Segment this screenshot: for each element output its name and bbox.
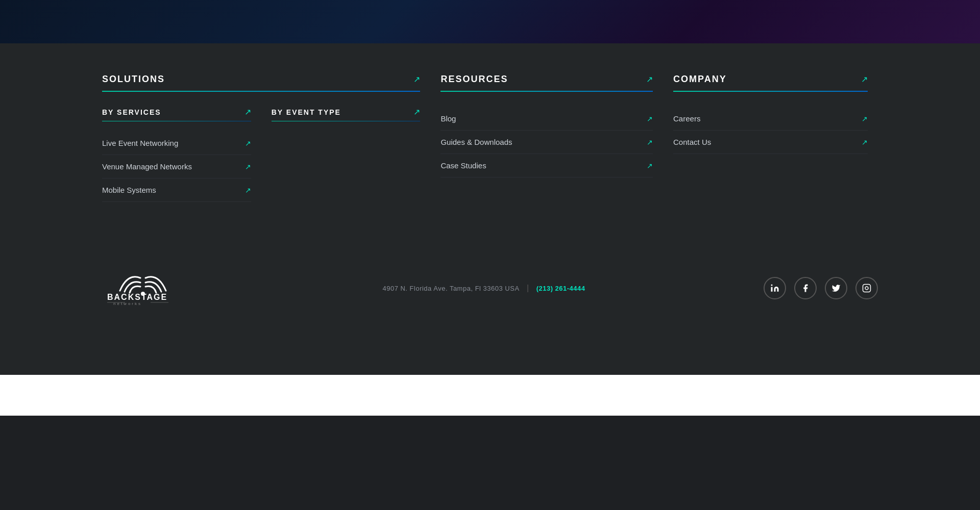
footer-nav: SOLUTIONS ↗ BY SERVICES ↗ Live Event Net… [0,74,980,214]
by-services-arrow-icon[interactable]: ↗ [244,107,251,117]
svg-point-6 [771,285,772,286]
company-header: COMPANY ↗ [673,74,868,85]
careers-label: Careers [673,114,700,123]
mobile-systems-item[interactable]: Mobile Systems ↗ [102,178,251,202]
resources-header: RESOURCES ↗ [440,74,653,85]
venue-managed-networks-item[interactable]: Venue Managed Networks ↗ [102,155,251,178]
footer: SOLUTIONS ↗ BY SERVICES ↗ Live Event Net… [0,43,980,375]
footer-bottom: BACKSTAGE networks 4907 N. Florida Ave. … [0,245,980,337]
by-services-col: BY SERVICES ↗ Live Event Networking ↗ Ve… [102,107,251,214]
contact-us-item[interactable]: Contact Us ↗ [673,131,868,154]
contact-us-label: Contact Us [673,138,711,146]
case-studies-item[interactable]: Case Studies ↗ [440,154,653,177]
blog-label: Blog [440,114,456,123]
resources-divider [440,91,653,92]
blog-arrow: ↗ [647,115,653,123]
by-services-header: BY SERVICES ↗ [102,107,251,117]
mobile-systems-arrow: ↗ [245,186,251,194]
contact-info: 4907 N. Florida Ave. Tampa, Fl 33603 USA… [382,284,585,293]
svg-rect-5 [771,287,772,292]
company-divider [673,91,868,92]
by-services-title: BY SERVICES [102,108,161,116]
top-gradient-bar [0,0,980,43]
by-event-type-title: BY EVENT TYPE [272,108,341,116]
facebook-icon[interactable] [794,277,817,299]
bottom-white-bar [0,375,980,416]
live-event-networking-label: Live Event Networking [102,139,178,147]
venue-managed-networks-arrow: ↗ [245,163,251,171]
by-services-divider [102,121,251,121]
solutions-inner: BY SERVICES ↗ Live Event Networking ↗ Ve… [102,107,420,214]
solutions-divider [102,91,420,92]
company-section: COMPANY ↗ Careers ↗ Contact Us ↗ [663,74,878,214]
careers-item[interactable]: Careers ↗ [673,107,868,131]
backstage-networks-logo: BACKSTAGE networks [102,270,204,306]
live-event-networking-arrow: ↗ [245,139,251,147]
resources-title: RESOURCES [440,74,508,85]
careers-arrow: ↗ [862,115,868,123]
social-icons-group [764,277,878,299]
company-title: COMPANY [673,74,727,85]
logo-area: BACKSTAGE networks [102,270,204,306]
by-event-type-arrow-icon[interactable]: ↗ [413,107,420,117]
by-event-type-col: BY EVENT TYPE ↗ [272,107,421,214]
svg-text:BACKSTAGE: BACKSTAGE [107,293,167,301]
phone-text: (213) 261-4444 [536,285,585,292]
linkedin-icon[interactable] [764,277,786,299]
solutions-section: SOLUTIONS ↗ BY SERVICES ↗ Live Event Net… [102,74,430,214]
guides-downloads-label: Guides & Downloads [440,138,512,146]
blog-item[interactable]: Blog ↗ [440,107,653,131]
contact-us-arrow: ↗ [862,138,868,146]
mobile-systems-label: Mobile Systems [102,186,156,194]
by-event-type-divider [272,121,421,121]
venue-managed-networks-label: Venue Managed Networks [102,162,192,171]
instagram-icon[interactable] [855,277,878,299]
address-text: 4907 N. Florida Ave. Tampa, Fl 33603 USA [382,285,519,292]
company-arrow-icon[interactable]: ↗ [861,74,868,84]
solutions-header: SOLUTIONS ↗ [102,74,420,85]
resources-section: RESOURCES ↗ Blog ↗ Guides & Downloads ↗ … [430,74,663,214]
solutions-title: SOLUTIONS [102,74,165,85]
svg-text:networks: networks [113,301,142,306]
live-event-networking-item[interactable]: Live Event Networking ↗ [102,132,251,155]
by-event-type-subsection: BY EVENT TYPE ↗ [272,107,421,121]
by-event-type-header: BY EVENT TYPE ↗ [272,107,421,117]
case-studies-arrow: ↗ [647,162,653,170]
twitter-icon[interactable] [825,277,847,299]
guides-downloads-item[interactable]: Guides & Downloads ↗ [440,131,653,154]
by-services-subsection: BY SERVICES ↗ Live Event Networking ↗ Ve… [102,107,251,202]
case-studies-label: Case Studies [440,161,486,170]
guides-downloads-arrow: ↗ [647,138,653,146]
svg-rect-7 [863,285,870,292]
solutions-arrow-icon[interactable]: ↗ [413,74,420,84]
resources-arrow-icon[interactable]: ↗ [646,74,653,84]
